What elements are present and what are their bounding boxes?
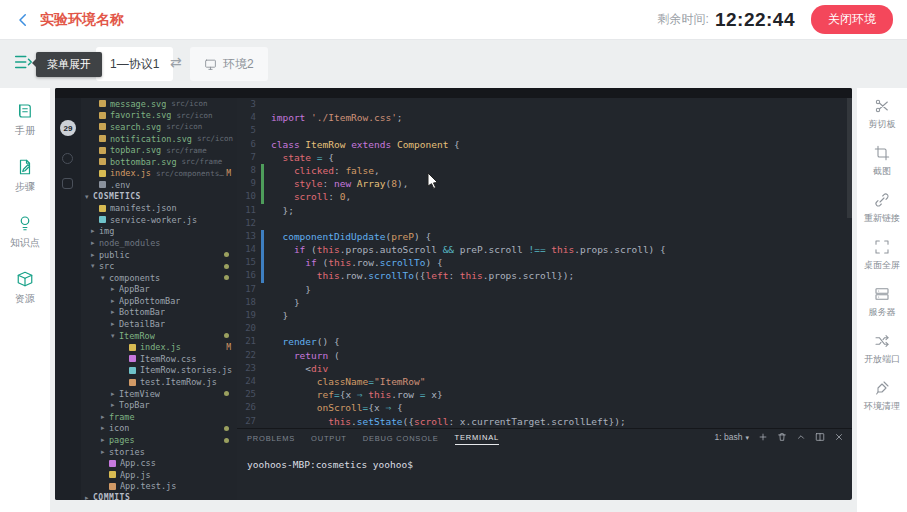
tree-row[interactable]: message.svgsrc/icon — [81, 98, 237, 110]
tree-section-cosmetics[interactable]: ▾COSMETICS — [81, 191, 237, 203]
left-rail-item-steps[interactable]: 步骤 — [15, 158, 35, 194]
tab-env-2-label: 环境2 — [223, 56, 254, 73]
tree-row[interactable]: App.css — [81, 457, 237, 469]
terminal-plus-button[interactable] — [758, 432, 768, 442]
code-line-26[interactable]: 26 onScroll={x ⇒ { — [237, 401, 852, 414]
code-line-25[interactable]: 25 ref={x ⇒ this.row = x} — [237, 388, 852, 401]
tab-protocol-1[interactable]: 1—协议1 — [96, 47, 173, 81]
terminal-split-button[interactable] — [815, 432, 825, 442]
right-rail-item-relink[interactable]: 重新链接 — [864, 192, 900, 225]
terminal-shell-select[interactable]: 1: bash▾ — [715, 432, 749, 442]
code-line-3[interactable]: 3 — [237, 98, 852, 111]
left-rail-item-manual[interactable]: 手册 — [15, 102, 35, 138]
code-line-9[interactable]: 9 style: new Array(8), — [237, 177, 852, 190]
tree-row[interactable]: index.jsM — [81, 341, 237, 353]
right-rail-item-clipboard[interactable]: 剪切板 — [869, 98, 896, 131]
editor-scrollbar[interactable] — [847, 98, 852, 428]
tree-row[interactable]: topbar.svgsrc/frame — [81, 144, 237, 156]
code-line-22[interactable]: 22 return ( — [237, 349, 852, 362]
code-line-12[interactable]: 12 — [237, 217, 852, 230]
tab-env-2[interactable]: 环境2 — [190, 47, 268, 81]
chevron-right-icon: ▸ — [91, 239, 99, 247]
tree-row[interactable]: ▸public — [81, 249, 237, 261]
tree-row[interactable]: ▾components — [81, 272, 237, 284]
code-text: import './ItemRow.css'; — [271, 111, 403, 124]
resources-label: 资源 — [15, 292, 35, 306]
right-rail-item-screenshot[interactable]: 截图 — [873, 145, 891, 178]
panel-tab-terminal[interactable]: TERMINAL — [455, 431, 499, 445]
tree-row[interactable]: ▸frame — [81, 411, 237, 423]
gutter-spacer — [261, 322, 264, 335]
left-rail-item-knowledge[interactable]: 知识点 — [10, 214, 40, 250]
tree-row[interactable]: ▸TopBar — [81, 399, 237, 411]
code-line-17[interactable]: 17 } — [237, 283, 852, 296]
tree-row[interactable]: ▸pages — [81, 434, 237, 446]
code-text: this.row.scrollTo({left: this.props.scro… — [271, 269, 574, 282]
tree-row[interactable]: ▸node_modules — [81, 237, 237, 249]
code-line-18[interactable]: 18 } — [237, 296, 852, 309]
code-line-21[interactable]: 21 render() { — [237, 335, 852, 348]
tree-row[interactable]: .env — [81, 179, 237, 191]
panel-tab-output[interactable]: OUTPUT — [311, 432, 347, 445]
tree-row[interactable]: test.ItemRow.js — [81, 376, 237, 388]
tree-row[interactable]: search.svgsrc/icon — [81, 121, 237, 133]
tree-row[interactable]: favorite.svgsrc/icon — [81, 110, 237, 122]
activity-square-icon[interactable] — [62, 178, 73, 189]
code-line-23[interactable]: 23 <div — [237, 362, 852, 375]
terminal-close-button[interactable] — [834, 432, 844, 442]
code-line-27[interactable]: 27 this.setState({scroll: x.currentTarge… — [237, 415, 852, 428]
tree-row[interactable]: ▸DetailBar — [81, 318, 237, 330]
tree-row[interactable]: App.js — [81, 469, 237, 481]
code-line-8[interactable]: 8 clicked: false, — [237, 164, 852, 177]
code-line-10[interactable]: 10 scroll: 0, — [237, 190, 852, 203]
tree-row[interactable]: service-worker.js — [81, 214, 237, 226]
code-line-15[interactable]: 15 if (this.row.scrollTo) { — [237, 256, 852, 269]
right-rail-item-env-cleanup[interactable]: 环境清理 — [864, 380, 900, 413]
tree-row[interactable]: ▾ItemRow — [81, 330, 237, 342]
tree-row[interactable]: ▸AppBar — [81, 284, 237, 296]
tree-row[interactable]: ▾src — [81, 260, 237, 272]
code-line-11[interactable]: 11 }; — [237, 204, 852, 217]
tree-row[interactable]: ▸AppBottomBar — [81, 295, 237, 307]
source-control-badge[interactable]: 29 — [60, 120, 76, 136]
back-button[interactable] — [14, 11, 32, 29]
file-icon — [99, 147, 106, 154]
left-rail-item-resources[interactable]: 资源 — [15, 270, 35, 306]
code-line-19[interactable]: 19 } — [237, 309, 852, 322]
tree-row[interactable]: ItemRow.css — [81, 353, 237, 365]
tree-row[interactable]: index.jssrc/components…M — [81, 168, 237, 180]
activity-circle-icon[interactable] — [62, 153, 73, 164]
terminal-controls: 1: bash▾ — [715, 432, 844, 442]
close-environment-button[interactable]: 关闭环境 — [811, 5, 893, 34]
tree-row[interactable]: ▸ItemView — [81, 388, 237, 400]
panel-tab-debug-console[interactable]: DEBUG CONSOLE — [363, 432, 439, 445]
code-line-24[interactable]: 24 className="ItemRow" — [237, 375, 852, 388]
code-line-13[interactable]: 13 componentDidUpdate(preP) { — [237, 230, 852, 243]
code-line-5[interactable]: 5 — [237, 124, 852, 137]
code-line-14[interactable]: 14 if (this.props.autoScroll && preP.scr… — [237, 243, 852, 256]
tree-row[interactable]: notification.svgsrc/icon — [81, 133, 237, 145]
tree-row[interactable]: ▸icon — [81, 423, 237, 435]
code-line-7[interactable]: 7 state = { — [237, 151, 852, 164]
terminal-prompt[interactable]: yoohoos-MBP:cosmetics yoohoo$ — [237, 447, 852, 470]
panel-tab-problems[interactable]: PROBLEMS — [247, 432, 295, 445]
tree-section-commits[interactable]: ▸COMMITS — [81, 492, 237, 500]
terminal-trash-button[interactable] — [777, 432, 787, 442]
chevron-right-icon: ▸ — [111, 320, 119, 328]
tree-row[interactable]: ItemRow.stories.js — [81, 365, 237, 377]
code-line-6[interactable]: 6class ItemRow extends Component { — [237, 138, 852, 151]
tree-row[interactable]: ▸stories — [81, 446, 237, 458]
right-rail-item-server[interactable]: 服务器 — [869, 286, 896, 319]
tree-row[interactable]: App.test.js — [81, 481, 237, 493]
tree-row[interactable]: manifest.json — [81, 202, 237, 214]
swap-tabs-icon[interactable]: ⇄ — [170, 54, 182, 70]
tree-row[interactable]: ▸BottomBar — [81, 307, 237, 319]
code-line-16[interactable]: 16 this.row.scrollTo({left: this.props.s… — [237, 269, 852, 282]
code-line-4[interactable]: 4import './ItemRow.css'; — [237, 111, 852, 124]
tree-row[interactable]: bottombar.svgsrc/frame — [81, 156, 237, 168]
code-line-20[interactable]: 20 — [237, 322, 852, 335]
right-rail-item-desktop-fullscreen[interactable]: 桌面全屏 — [864, 239, 900, 272]
tree-row[interactable]: ▸img — [81, 226, 237, 238]
right-rail-item-open-ports[interactable]: 开放端口 — [864, 333, 900, 366]
terminal-chevron-up-button[interactable] — [796, 432, 806, 442]
